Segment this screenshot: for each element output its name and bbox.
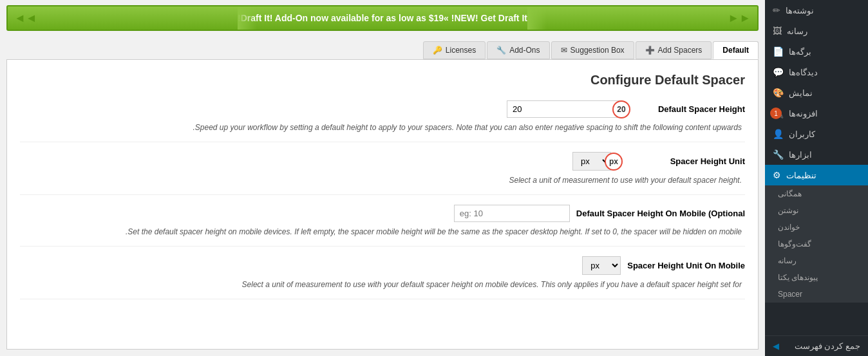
sidebar-item-pages[interactable]: برگه‌ها 📄 <box>765 41 868 62</box>
field-main-default-height: 20 Default Spacer Height <box>20 100 745 118</box>
field-row-mobile-unit: px em % Spacer Height Unit On Mobile Sel… <box>20 256 745 299</box>
sidebar-sub-general[interactable]: همگانی <box>765 185 868 202</box>
field-main-height-unit: px em % px Spacer Height Unit <box>20 152 745 171</box>
sidebar-item-users[interactable]: کاربران 👤 <box>765 124 868 144</box>
sidebar-item-tools[interactable]: ابزارها 🔧 <box>765 144 868 165</box>
pages-label: برگه‌ها <box>789 47 811 57</box>
promo-banner[interactable]: ◄◄ !Draft It! Add-On now available for a… <box>6 5 759 31</box>
input-wrapper-default-height: 20 <box>507 100 623 118</box>
tab-add-spacers[interactable]: ➕ Add Spacers <box>636 41 712 59</box>
section-title: Configure Default Spacer <box>20 73 745 88</box>
sidebar-sub-permalinks[interactable]: پیوندهای یکتا <box>765 269 868 286</box>
sidebar-item-comments[interactable]: دیدگاه‌ها 💬 <box>765 62 868 82</box>
tab-licenses[interactable]: 🔑 Licenses <box>423 41 486 59</box>
field-main-mobile-height: Default Spacer Height On Mobile (Optiona… <box>20 205 745 222</box>
appearance-icon: 🎨 <box>773 88 784 98</box>
field-row-default-height: 20 Default Spacer Height Speed up your w… <box>20 100 745 142</box>
users-label: کاربران <box>789 129 815 139</box>
input-wrapper-mobile-height <box>454 205 570 222</box>
plus-icon: ➕ <box>645 46 655 55</box>
field-row-height-unit: px em % px Spacer Height Unit .Select a … <box>20 152 745 195</box>
comments-label: دیدگاه‌ها <box>789 68 818 77</box>
settings-icon: ⚙ <box>773 170 781 180</box>
sidebar-sub-media[interactable]: رسانه <box>765 252 868 269</box>
sidebar-item-media[interactable]: رسانه 🖼 <box>765 21 868 41</box>
height-unit-badge: px <box>605 153 623 171</box>
mobile-unit-select[interactable]: px em % <box>582 256 621 275</box>
sidebar-bottom: جمع کردن فهرست ◀ <box>765 335 868 356</box>
media-icon: 🖼 <box>773 26 782 36</box>
sidebar-sub-writing[interactable]: نوشتن <box>765 202 868 219</box>
tabs-row: 🔑 Licenses 🔧 Add-Ons ✉ Suggestion Box ➕ … <box>0 36 765 59</box>
plugins-badge: 1 <box>770 108 782 119</box>
collapse-label: جمع کردن فهرست <box>795 341 860 351</box>
mobile-height-description: Set the default spacer height on mobile … <box>20 227 745 236</box>
sidebar-sub-discussion[interactable]: گفت‌وگوها <box>765 236 868 252</box>
tab-suggestion-box[interactable]: ✉ Suggestion Box <box>551 41 634 59</box>
banner-arrows-left: ◄◄ <box>14 12 37 25</box>
comments-icon: 💬 <box>773 67 784 77</box>
select-wrapper-height-unit: px em % px <box>572 152 623 171</box>
field-row-mobile-height: Default Spacer Height On Mobile (Optiona… <box>20 205 745 247</box>
banner-arrows-right: ►► <box>728 12 751 25</box>
field-main-mobile-unit: px em % Spacer Height Unit On Mobile <box>20 256 745 275</box>
height-unit-description: .Select a unit of measurement to use wit… <box>20 176 745 185</box>
content-panel: Configure Default Spacer 20 Default Spac… <box>6 59 759 350</box>
users-icon: 👤 <box>773 129 784 139</box>
default-height-input[interactable] <box>507 100 623 118</box>
settings-label: تنظیمات <box>786 171 816 180</box>
settings-submenu: همگانی نوشتن خواندن گفت‌وگوها رسانه پیون… <box>765 185 868 303</box>
height-unit-label: Spacer Height Unit <box>629 156 745 166</box>
media-label: رسانه <box>787 26 807 36</box>
posts-label: نوشته‌ها <box>786 6 814 15</box>
sidebar-collapse-btn[interactable]: جمع کردن فهرست ◀ <box>765 336 868 356</box>
mail-icon: ✉ <box>561 46 567 55</box>
pages-icon: 📄 <box>773 46 784 57</box>
sidebar-item-posts[interactable]: نوشته‌ها ✏ <box>765 0 868 21</box>
mobile-unit-label: Spacer Height Unit On Mobile <box>627 261 745 270</box>
posts-icon: ✏ <box>773 5 780 15</box>
banner-text: !Draft It! Add-On now available for as l… <box>238 13 527 23</box>
sidebar-item-settings[interactable]: تنظیمات ⚙ <box>765 165 868 185</box>
mobile-unit-description: Select a unit of measurement to use with… <box>20 280 745 289</box>
sidebar-item-appearance[interactable]: نمایش 🎨 <box>765 82 868 103</box>
appearance-label: نمایش <box>789 88 813 98</box>
tab-default[interactable]: Default <box>713 41 759 59</box>
sidebar-sub-spacer[interactable]: Spacer <box>765 286 868 303</box>
default-height-description: Speed up your workflow by setting a defa… <box>20 123 745 132</box>
mobile-height-label: Default Spacer Height On Mobile (Optiona… <box>576 209 745 218</box>
sidebar-sub-reading[interactable]: خواندن <box>765 219 868 236</box>
tools-icon: 🔧 <box>773 149 784 160</box>
addons-icon: 🔧 <box>496 46 506 55</box>
collapse-icon: ◀ <box>773 341 779 351</box>
sidebar-item-plugins[interactable]: افزونه‌ها 🔌 1 <box>765 103 868 124</box>
tab-addons[interactable]: 🔧 Add-Ons <box>487 41 549 59</box>
plugins-label: افزونه‌ها <box>789 109 818 118</box>
tools-label: ابزارها <box>789 150 812 160</box>
licenses-icon: 🔑 <box>433 46 442 55</box>
mobile-height-input[interactable] <box>454 205 570 222</box>
sidebar: نوشته‌ها ✏ رسانه 🖼 برگه‌ها 📄 دیدگاه‌ها 💬… <box>765 0 868 356</box>
default-height-label: Default Spacer Height <box>629 104 745 114</box>
select-wrapper-mobile-unit: px em % <box>582 256 621 275</box>
default-height-badge: 20 <box>612 100 630 118</box>
